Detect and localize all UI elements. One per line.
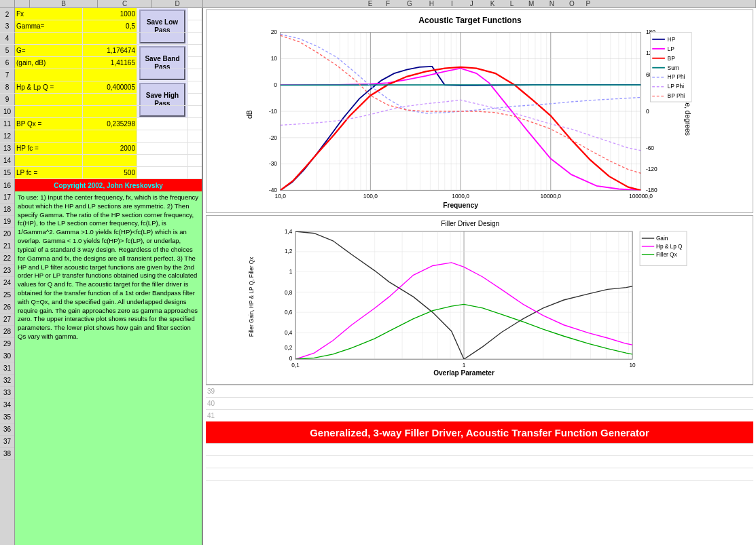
svg-text:0: 0 <box>646 108 649 115</box>
chart1-svg: Acoustic Target Functions <box>206 10 753 212</box>
row-14: 14 <box>0 155 202 167</box>
banner-row: Generalized, 3-way Filler Driver, Acoust… <box>206 421 753 443</box>
rownum-6: 6 <box>0 57 15 69</box>
row-4: 4 <box>0 33 202 45</box>
row-9: 9 <box>0 94 202 106</box>
svg-text:-180: -180 <box>646 187 658 193</box>
rownum-7: 7 <box>0 69 15 81</box>
cell-b2: Fx <box>15 8 83 20</box>
cell-b11: BP Qx = <box>15 118 83 130</box>
row-45 <box>206 468 753 481</box>
chart1-ylabel-left: dB <box>246 110 253 119</box>
row-40: 40 <box>206 398 753 410</box>
row-46 <box>206 481 753 493</box>
rownum-2: 2 <box>0 8 15 20</box>
legend2-gain: Gain <box>656 236 668 242</box>
legend1-sum: Sum <box>668 64 679 71</box>
rownum-11: 11 <box>0 118 15 130</box>
chart2-ylabel: Filler Gain, HP & LP Q, Filler Qx <box>249 257 255 337</box>
legend1-lp: LP <box>668 45 675 52</box>
col-header-c: C <box>98 0 152 7</box>
copyright-text: Copyright 2002, John Kreskovsky <box>15 182 202 189</box>
cell-c10 <box>83 106 137 117</box>
svg-text:10000,0: 10000,0 <box>541 193 562 200</box>
cell-c14 <box>83 155 137 166</box>
row-11: 11 BP Qx = 0,235298 <box>0 118 202 130</box>
legend2-hplpq: Hp & Lp Q <box>656 244 683 250</box>
cell-c4 <box>83 33 137 44</box>
svg-text:10: 10 <box>629 362 636 369</box>
description-area: 17 18 19 20 21 22 23 24 25 26 27 28 29 3… <box>0 191 202 545</box>
chart2-svg: Filler Driver Design <box>206 216 753 384</box>
col-header-d: D <box>152 0 203 7</box>
row-10: 10 <box>0 106 202 118</box>
cell-d13 <box>137 143 188 154</box>
cell-d14 <box>137 155 188 166</box>
legend1-hp: HP <box>668 36 676 43</box>
cell-c2: 1000 <box>83 8 137 20</box>
svg-text:100,0: 100,0 <box>363 193 378 200</box>
svg-text:20: 20 <box>271 29 278 35</box>
row-7: 7 <box>0 69 202 81</box>
rownum-4: 4 <box>0 33 15 44</box>
banner-text: Generalized, 3-way Filler Driver, Acoust… <box>310 427 649 438</box>
cell-b13: HP fc = <box>15 143 83 154</box>
rownum-8: 8 <box>0 81 15 93</box>
cell-c15: 500 <box>83 167 137 178</box>
row-44 <box>206 456 753 468</box>
row-15: 15 LP fc = 500 <box>0 167 202 179</box>
rownum-3: 3 <box>0 20 15 32</box>
chart2-container: Filler Driver Design <box>206 215 753 385</box>
spreadsheet: B C D E F G H I J K L M N O P 2 Fx 1000 <box>0 0 756 545</box>
cell-d15 <box>137 167 188 178</box>
corner-cell <box>0 0 15 7</box>
cell-b3: Gamma= <box>15 20 83 32</box>
cell-b8: Hp & Lp Q = <box>15 81 83 93</box>
legend1-lpphi: LP Phi <box>668 83 685 90</box>
row-2: 2 Fx 1000 Save Low Pass <box>0 8 202 20</box>
svg-text:1: 1 <box>289 269 293 275</box>
rownum-16: 16 <box>0 179 15 191</box>
svg-text:-20: -20 <box>269 134 277 141</box>
cell-b6: (gain, dB) <box>15 57 83 69</box>
rownum-9: 9 <box>0 94 15 105</box>
svg-text:-10: -10 <box>269 108 277 115</box>
cell-c3: 0,5 <box>83 20 137 32</box>
cell-d12 <box>137 130 188 142</box>
cell-b15: LP fc = <box>15 167 83 178</box>
row-3: 3 Gamma= 0,5 <box>0 20 202 33</box>
svg-text:1: 1 <box>463 362 466 369</box>
rownum-15: 15 <box>0 167 15 178</box>
cell-b12 <box>15 130 83 142</box>
col-header-rest: E F G H I J K L M N O P <box>203 0 756 7</box>
cell-d11 <box>137 118 188 130</box>
row-41: 41 <box>206 410 753 422</box>
col-header-rownum <box>15 0 30 7</box>
row-6: 6 (gain, dB) 1,41165 <box>0 57 202 69</box>
rownum-14: 14 <box>0 155 15 166</box>
cell-c6: 1,41165 <box>83 57 137 69</box>
cell-b9 <box>15 94 83 105</box>
legend1-bpphi: BP Phi <box>668 92 685 99</box>
rownum-10: 10 <box>0 106 15 117</box>
right-panel: Acoustic Target Functions <box>203 8 756 545</box>
row-8: 8 Hp & Lp Q = 0,400005 Save High Pass <box>0 81 202 94</box>
svg-text:10: 10 <box>271 56 278 62</box>
cell-b10 <box>15 106 83 117</box>
svg-text:-60: -60 <box>646 145 654 151</box>
rownum-5: 5 <box>0 45 15 56</box>
svg-text:0,8: 0,8 <box>285 290 293 296</box>
svg-text:1000,0: 1000,0 <box>452 193 469 200</box>
cell-c8: 0,400005 <box>83 81 137 93</box>
cell-c7 <box>83 69 137 81</box>
svg-text:100000,0: 100000,0 <box>629 193 653 200</box>
cell-c9 <box>83 94 137 105</box>
rownum-13: 13 <box>0 143 15 154</box>
svg-text:0,1: 0,1 <box>291 362 300 369</box>
svg-text:0,2: 0,2 <box>285 345 293 351</box>
chart2-xlabel: Overlap Parameter <box>433 369 494 377</box>
main-area: 2 Fx 1000 Save Low Pass 3 Gamma= 0,5 4 <box>0 8 756 545</box>
legend1-hpphi: HP Phi <box>668 74 685 81</box>
svg-text:0: 0 <box>274 81 277 88</box>
cell-b4 <box>15 33 83 44</box>
